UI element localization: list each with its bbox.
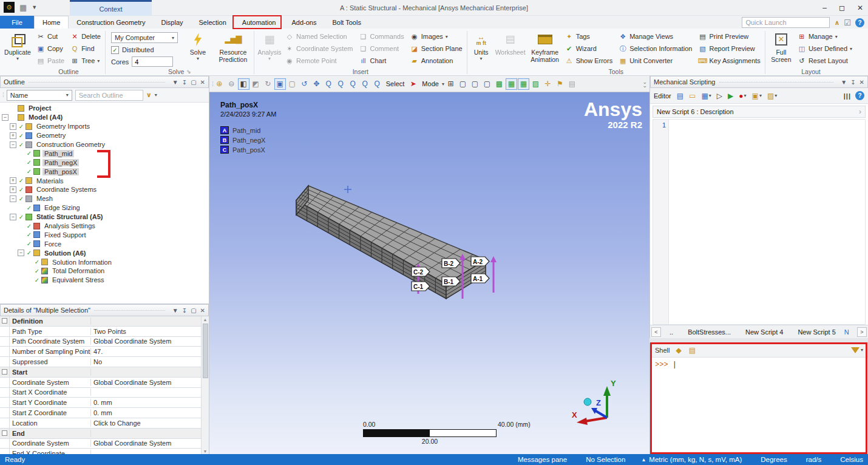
- manage-layout-button[interactable]: ⊞Manage▾: [795, 30, 855, 42]
- tree-item[interactable]: − ✓ Mesh: [2, 194, 209, 203]
- ribbon-tab[interactable]: Selection: [191, 16, 234, 29]
- script-description-bar[interactable]: New Script 6 : Description ›: [653, 106, 866, 118]
- tree-item[interactable]: − Model (A4): [2, 113, 209, 122]
- zoom-tool-icon[interactable]: Q: [323, 78, 334, 90]
- resource-prediction-button[interactable]: ▂▅▇ Resource Prediction: [214, 30, 252, 67]
- new-script-icon[interactable]: ▤▾: [676, 90, 685, 102]
- expand-description-icon[interactable]: ›: [859, 107, 861, 116]
- tab-scroll-left-icon[interactable]: <: [651, 327, 661, 337]
- details-scrollbar[interactable]: ▲ ▼: [201, 316, 209, 455]
- zoom-capped-tool-icon[interactable]: Q: [359, 78, 371, 90]
- tree-item[interactable]: ✓ Analysis Settings: [2, 222, 209, 231]
- run-from-file-icon[interactable]: ▷▾: [716, 90, 724, 102]
- unit-converter-button[interactable]: ▦Unit Converter▾: [616, 55, 694, 67]
- manage-labels-icon[interactable]: ⚑: [554, 78, 566, 90]
- rotate-view-icon[interactable]: ↻: [262, 78, 274, 90]
- comment-button[interactable]: ❑Comment▾: [356, 42, 406, 55]
- images-button[interactable]: ◉Images▾: [408, 30, 465, 42]
- section-plane-button[interactable]: ◪Section Plane▾: [408, 42, 465, 55]
- property-value[interactable]: 47.: [91, 348, 202, 355]
- tree-item[interactable]: ✓ Path_negX: [2, 158, 209, 167]
- keyframe-animation-button[interactable]: Keyframe Animation: [527, 30, 563, 67]
- cut-button[interactable]: ✂Cut▾: [34, 30, 67, 42]
- tab-scroll-right-icon[interactable]: >: [857, 327, 867, 337]
- solve-target-select[interactable]: My Computer▾: [111, 32, 178, 43]
- script-editor[interactable]: 1: [653, 119, 866, 325]
- image-capture-icon[interactable]: ▣: [274, 78, 286, 90]
- dialog-launcher-icon[interactable]: ⇘: [186, 69, 191, 75]
- close-panel-icon[interactable]: ✕: [200, 79, 205, 86]
- tree-item[interactable]: + ✓ Geometry: [2, 131, 209, 140]
- property-value[interactable]: Global Coordinate System: [91, 440, 202, 447]
- pin-icon[interactable]: ↧: [182, 307, 187, 314]
- tree-item[interactable]: + ✓ Geometry Imports: [2, 122, 209, 131]
- ribbon-tab[interactable]: File: [0, 16, 34, 29]
- report-preview-button[interactable]: ▧Report Preview▾: [696, 42, 763, 55]
- angle-units-status[interactable]: Degrees: [758, 456, 787, 463]
- tree-item[interactable]: Project: [2, 104, 209, 113]
- select-vertices-icon[interactable]: ▢: [457, 78, 469, 90]
- zoom-fit-tool-icon[interactable]: Q: [347, 78, 359, 90]
- extend-selection-icon[interactable]: ▨: [530, 78, 541, 90]
- selection-information-button[interactable]: ⓘSelection Information▾: [616, 42, 694, 55]
- property-value[interactable]: Global Coordinate System: [91, 379, 202, 386]
- show-errors-button[interactable]: ⚠Show Errors▾: [563, 55, 615, 67]
- label-selection-icon[interactable]: ⊞: [445, 78, 456, 90]
- zoom-out-icon[interactable]: ⊖: [226, 78, 237, 90]
- full-screen-button[interactable]: ✕ Full Screen: [767, 30, 795, 67]
- ribbon-tab[interactable]: Add-ons: [283, 16, 324, 29]
- shaded-view-icon[interactable]: ◩: [250, 78, 262, 90]
- cores-input[interactable]: [132, 56, 173, 67]
- collapse-icon[interactable]: [2, 318, 7, 324]
- mode-dropdown[interactable]: Mode: [419, 80, 441, 87]
- search-outline-input[interactable]: [75, 90, 143, 101]
- orientation-triad[interactable]: Y X Z: [565, 378, 643, 444]
- shell-to-script-icon[interactable]: ▤: [688, 344, 697, 356]
- pan-tool-icon[interactable]: ✥: [311, 78, 322, 90]
- tree-item[interactable]: + ✓ Coordinate Systems: [2, 185, 209, 194]
- messages-pane-button[interactable]: Messages pane: [515, 456, 567, 463]
- named-selection-button[interactable]: ◇Named Selection▾: [283, 30, 356, 42]
- qat-dropdown-icon[interactable]: ▼: [32, 4, 37, 10]
- pin-icon[interactable]: ↧: [850, 79, 855, 86]
- distributed-checkbox[interactable]: ✓ Distributed: [111, 45, 178, 55]
- zoom-in-icon[interactable]: ⊕: [214, 78, 225, 90]
- solve-button[interactable]: Solve▾: [181, 30, 214, 67]
- run-script-icon[interactable]: ▶▾: [727, 90, 734, 102]
- analysis-button[interactable]: ▦ Analysis▾: [256, 30, 283, 67]
- scroll-up-icon[interactable]: ▲: [203, 317, 208, 322]
- wizard-button[interactable]: ✔Wizard▾: [563, 42, 615, 55]
- tree-item[interactable]: ✓ Path_mid: [2, 149, 209, 158]
- select-edges-icon[interactable]: ▢: [469, 78, 481, 90]
- convert-script-icon[interactable]: ▨▾: [766, 90, 778, 102]
- restore-button[interactable]: ◻: [839, 4, 845, 12]
- property-value[interactable]: Click to Change: [91, 419, 202, 427]
- ribbon-tab[interactable]: Automation: [234, 16, 284, 29]
- search-options-icon[interactable]: ▾: [155, 92, 157, 98]
- open-script-icon[interactable]: ▭▾: [688, 90, 697, 102]
- scrollbar-thumb[interactable]: [203, 324, 208, 378]
- record-icon[interactable]: ●▾: [737, 90, 747, 102]
- coordinates-probe-icon[interactable]: ✛: [542, 78, 554, 90]
- save-script-icon[interactable]: ▦▾: [700, 90, 712, 102]
- collapse-icon[interactable]: [2, 430, 7, 436]
- tree-item[interactable]: − ✓ Static Structural (A5): [2, 212, 209, 222]
- print-preview-button[interactable]: ▤Print Preview▾: [696, 30, 763, 42]
- collapse-ribbon-icon[interactable]: ∧: [834, 19, 839, 27]
- ribbon-tab[interactable]: Display: [153, 16, 191, 29]
- selection-status[interactable]: No Selection: [583, 456, 625, 463]
- zoom-all-tool-icon[interactable]: Q: [371, 78, 383, 90]
- script-tab[interactable]: ..: [662, 328, 680, 336]
- tree-item[interactable]: ✓ Fixed Support: [2, 230, 209, 239]
- zoom-box-tool-icon[interactable]: Q: [335, 78, 347, 90]
- tree-button[interactable]: ⊞Tree▾: [68, 55, 103, 67]
- script-tab[interactable]: New Script 4: [738, 328, 790, 336]
- clear-shell-icon[interactable]: ◆: [674, 344, 682, 356]
- select-elements-icon[interactable]: ▦: [518, 78, 529, 90]
- scroll-down-icon[interactable]: ▼: [203, 449, 208, 453]
- code-body[interactable]: [669, 120, 865, 324]
- float-icon[interactable]: ▢: [191, 307, 196, 314]
- close-panel-icon[interactable]: ✕: [860, 79, 864, 86]
- tree-item[interactable]: − ✓ Solution (A6): [2, 248, 209, 257]
- pin-icon[interactable]: ↧: [182, 79, 187, 86]
